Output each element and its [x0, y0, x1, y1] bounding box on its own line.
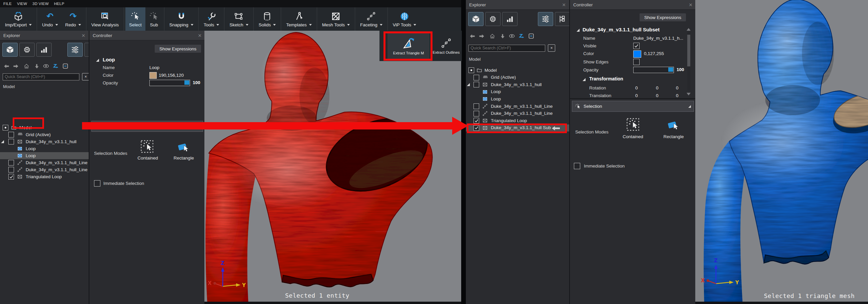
red-torso-mesh[interactable]: X Y Z	[205, 31, 461, 304]
menu-view[interactable]: VIEW	[17, 2, 27, 6]
geometry-view-button[interactable]	[468, 12, 484, 26]
close-icon[interactable]: ×	[81, 33, 85, 38]
back-arrow-icon[interactable]	[469, 33, 475, 39]
search-input[interactable]	[468, 45, 545, 52]
contained-mode-icon[interactable]	[140, 140, 154, 153]
show-expressions-button[interactable]: Show Expressions	[640, 13, 686, 21]
z-order-icon[interactable]	[52, 63, 59, 69]
transformation-expander-icon[interactable]	[583, 78, 586, 81]
immediate-selection-checkbox[interactable]	[574, 163, 580, 169]
checkbox[interactable]	[468, 67, 474, 73]
tree-item-loop-1[interactable]: Loop	[466, 88, 569, 95]
rotation-x[interactable]: 0	[635, 85, 638, 90]
tree-item-model[interactable]: Model	[466, 67, 569, 74]
tree-item-hull-line-1[interactable]: Duke_34y_m_v3.1.1_hull_Line	[466, 103, 569, 110]
scrollbar-thumb[interactable]	[687, 35, 690, 66]
expander-icon[interactable]	[467, 83, 470, 86]
chevron-down-icon[interactable]	[413, 24, 416, 26]
checkbox[interactable]	[8, 132, 14, 138]
toolbar-undo[interactable]: ↶ Undo	[38, 7, 61, 31]
simulation-view-button[interactable]	[19, 43, 35, 57]
show-edges-checkbox[interactable]	[633, 59, 640, 65]
z-order-icon[interactable]	[518, 33, 525, 39]
clear-search-icon[interactable]: ×	[548, 44, 555, 52]
forward-arrow-icon[interactable]	[13, 63, 19, 69]
show-expressions-button[interactable]: Show Expressions	[155, 45, 201, 53]
chevron-down-icon[interactable]	[55, 24, 58, 26]
down-arrow-icon[interactable]	[500, 33, 505, 39]
toolbar-select[interactable]: Select	[125, 7, 145, 31]
rotation-z[interactable]: 0	[676, 85, 679, 90]
color-swatch[interactable]	[633, 51, 641, 58]
viewport-3d-right[interactable]: X Y Z Selected 1 triangle mesh	[695, 0, 868, 304]
opacity-slider[interactable]	[149, 80, 190, 86]
tree-item-loop-2-selected[interactable]: Loop	[0, 152, 89, 159]
extract-outlines-button[interactable]: Extract Outlines	[432, 33, 461, 59]
search-input[interactable]	[3, 73, 80, 81]
toolbar-redo[interactable]: ↷ Redo	[62, 7, 85, 31]
collapse-minus-icon[interactable]	[62, 63, 69, 69]
chevron-down-icon[interactable]	[79, 24, 81, 26]
chevron-down-icon[interactable]	[191, 24, 193, 26]
blue-torso-mesh[interactable]: X Y Z	[695, 0, 868, 304]
filter-view-button[interactable]	[538, 12, 553, 26]
clear-search-icon[interactable]: ×	[82, 73, 89, 81]
close-icon[interactable]: ×	[198, 33, 202, 38]
checkbox[interactable]	[8, 160, 14, 165]
chevron-down-icon[interactable]	[347, 24, 350, 26]
forward-arrow-icon[interactable]	[478, 33, 485, 39]
tree-item-triangulated-loop[interactable]: Triangulated Loop	[0, 173, 89, 180]
checkbox[interactable]	[473, 118, 479, 123]
checkbox[interactable]	[473, 111, 479, 117]
filter-view-button[interactable]	[67, 43, 83, 57]
rotation-y[interactable]: 0	[656, 85, 659, 90]
down-arrow-icon[interactable]	[34, 63, 40, 69]
tree-item-loop-2[interactable]: Loop	[466, 95, 569, 102]
tree-item-loop-1[interactable]: Loop	[0, 145, 89, 152]
name-value[interactable]: Duke_34y_m_v3.1.1_h...	[633, 36, 683, 41]
tree-item-hull-line-2[interactable]: Duke_34y_m_v3.1.1_hull_Line	[466, 110, 569, 117]
menu-3d-view[interactable]: 3D VIEW	[32, 2, 49, 6]
tree-item-grid[interactable]: Grid (Active)	[0, 131, 89, 138]
checkbox[interactable]	[3, 125, 8, 130]
toolbar-templates[interactable]: Templates	[282, 7, 315, 31]
toolbar-sketch[interactable]: Sketch	[226, 7, 252, 31]
back-arrow-icon[interactable]	[3, 63, 10, 69]
translation-x[interactable]: 0	[635, 93, 638, 97]
chevron-down-icon[interactable]	[216, 24, 219, 26]
visibility-eye-icon[interactable]	[43, 63, 49, 69]
translation-z[interactable]: 0	[676, 93, 679, 97]
toolbar-view-analysis[interactable]: View Analysis	[88, 7, 122, 31]
tree-item-hull-line-2[interactable]: Duke_34y_m_v3.1.1_hull_Line	[0, 166, 89, 173]
chevron-down-icon[interactable]	[309, 24, 312, 26]
toolbar-faceting[interactable]: Faceting	[356, 7, 386, 31]
toolbar-mesh-tools[interactable]: Mesh Tools	[318, 7, 353, 31]
menu-help[interactable]: HELP	[54, 2, 64, 6]
home-icon[interactable]	[489, 33, 496, 39]
rectangle-mode-icon[interactable]	[177, 140, 190, 153]
toolbar-vip-tools[interactable]: ViP Tools	[389, 7, 420, 31]
checkbox[interactable]	[8, 139, 14, 145]
results-view-button[interactable]	[36, 43, 52, 57]
tree-item-hull[interactable]: Duke_34y_m_v3.1.1_hull	[0, 138, 89, 145]
expander-icon[interactable]	[1, 140, 4, 143]
checkbox[interactable]	[8, 167, 14, 173]
collapse-minus-icon[interactable]	[528, 33, 534, 39]
translation-y[interactable]: 0	[656, 93, 659, 97]
color-swatch[interactable]	[149, 72, 157, 79]
opacity-slider[interactable]	[633, 67, 674, 73]
immediate-selection-checkbox[interactable]	[94, 180, 100, 186]
tree-item-hull[interactable]: Duke_34y_m_v3.1.1_hull	[466, 81, 569, 88]
simulation-view-button[interactable]	[485, 12, 500, 26]
chevron-down-icon[interactable]	[380, 24, 382, 26]
close-icon[interactable]: ×	[562, 2, 566, 7]
selection-section-header[interactable]: Selection	[572, 101, 694, 112]
section-expander-icon[interactable]	[577, 29, 580, 32]
visibility-eye-icon[interactable]	[508, 33, 515, 39]
menu-file[interactable]: FILE	[3, 2, 12, 6]
section-expander-icon[interactable]	[96, 59, 99, 62]
contained-mode-icon[interactable]	[626, 118, 640, 131]
slider-handle[interactable]	[184, 81, 189, 85]
results-view-button[interactable]	[502, 12, 518, 26]
toolbar-solids[interactable]: Solids	[255, 7, 280, 31]
